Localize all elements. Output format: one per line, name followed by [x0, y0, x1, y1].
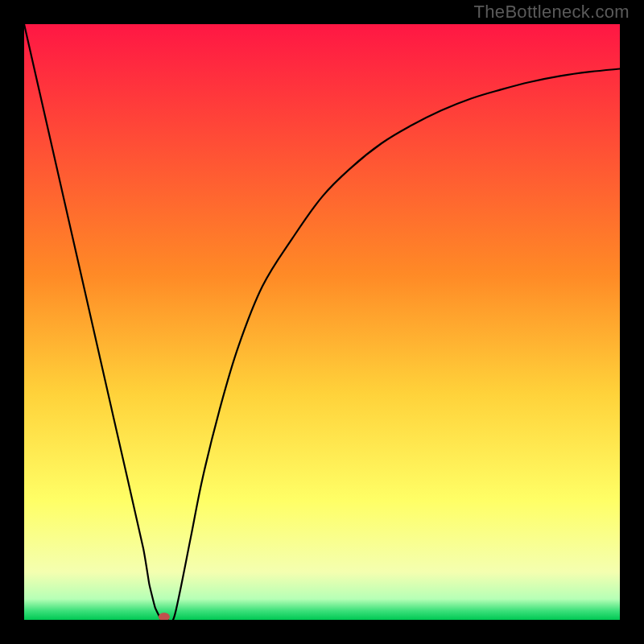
- gradient-background: [24, 24, 620, 620]
- watermark-text: TheBottleneck.com: [474, 2, 630, 23]
- chart-frame: TheBottleneck.com: [0, 0, 644, 644]
- chart-svg: [24, 24, 620, 620]
- plot-area: [24, 24, 620, 620]
